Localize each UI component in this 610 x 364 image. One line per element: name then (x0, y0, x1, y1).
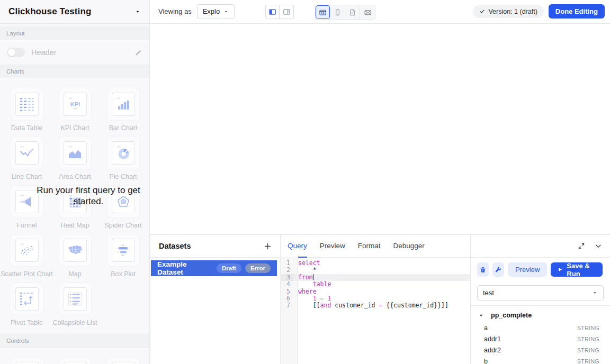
toggle-panel-right-button[interactable] (280, 5, 294, 19)
tab-preview[interactable]: Preview (320, 235, 345, 258)
table-selector-dropdown[interactable]: test (477, 285, 604, 301)
chart-card-pie[interactable]: Pie Chart (100, 136, 147, 180)
desktop-icon (319, 8, 327, 16)
field-type: STRING (577, 347, 603, 353)
line-chart-icon (18, 144, 36, 162)
email-icon (364, 8, 372, 16)
query-tabs: QueryPreviewFormatDebugger (281, 235, 470, 258)
header-toggle-label: Header (31, 48, 57, 57)
line-number: 3 (281, 274, 294, 281)
code-line[interactable]: 3from (281, 274, 470, 281)
control-card[interactable] (4, 357, 50, 364)
query-tools-pane: Preview Save & Run test (471, 235, 610, 364)
schema-field-row[interactable]: bSTRING (484, 356, 603, 364)
dataset-badge-error: Error (245, 263, 271, 273)
viewing-as-label: Viewing as (158, 7, 192, 15)
save-and-run-label: Save & Run (567, 262, 596, 278)
line-number: 2 (281, 267, 294, 274)
chart-card-label: Funnel (16, 222, 37, 229)
device-tab-email[interactable] (360, 5, 375, 19)
dataset-row-selected[interactable]: Example Dataset DraftError (151, 260, 277, 276)
device-tab-desktop[interactable] (316, 5, 330, 19)
dashboard-title-area[interactable]: Clickhouse Testing (0, 0, 150, 23)
delete-query-button[interactable] (477, 262, 489, 277)
header-toggle[interactable] (7, 48, 25, 57)
chart-card-box (11, 88, 43, 121)
code-line[interactable]: 7 [[and customer_id = {{customer_id}}]] (281, 302, 470, 309)
dataset-badges: DraftError (217, 263, 271, 273)
done-editing-button[interactable]: Done Editing (549, 4, 605, 19)
chart-card-box (11, 136, 43, 169)
code-line[interactable]: 6 1 = 1 (281, 295, 470, 302)
expand-icon[interactable] (578, 242, 585, 250)
edit-pencil-icon[interactable] (134, 49, 142, 57)
device-view-tabs (315, 5, 375, 20)
line-number: 5 (281, 288, 294, 295)
title-caret-down-icon[interactable] (134, 8, 141, 15)
chart-card-collapsible[interactable]: Collapsible List (52, 283, 98, 326)
tab-format[interactable]: Format (358, 235, 381, 258)
text-cursor (313, 274, 313, 280)
device-tab-mobile[interactable] (330, 5, 345, 19)
schema-field-row[interactable]: addr2STRING (484, 344, 603, 356)
pivot-chart-icon (18, 290, 36, 308)
chart-card-map[interactable]: Map (52, 234, 98, 278)
line-number: 1 (281, 260, 294, 267)
pdf-icon (348, 8, 356, 16)
control-card[interactable] (100, 357, 147, 364)
preview-button[interactable]: Preview (508, 262, 547, 277)
control-card[interactable] (52, 357, 98, 364)
collapse-chevron-down-icon[interactable] (595, 242, 602, 250)
code-line[interactable]: 2 * (281, 267, 470, 274)
chart-card-pivot[interactable]: Pivot Table (4, 283, 50, 326)
query-pane-header (471, 235, 610, 258)
field-name: addr1 (484, 335, 501, 343)
chart-card-scatter[interactable]: Scatter Plot Chart (4, 234, 50, 278)
chart-card-boxplot[interactable]: Box Plot (100, 234, 147, 278)
tab-query[interactable]: Query (288, 235, 307, 258)
schema-table-header[interactable]: pp_complete (478, 312, 603, 319)
code-line[interactable]: 5where (281, 288, 470, 295)
controls-grid (0, 348, 149, 364)
dataset-badge-draft: Draft (217, 263, 241, 273)
format-wrench-button[interactable] (492, 262, 504, 277)
viewing-as-dropdown[interactable]: Explo (197, 4, 235, 19)
chart-card-label: Pivot Table (11, 319, 43, 326)
panel-left-icon (268, 8, 276, 16)
toggle-panel-left-button[interactable] (265, 5, 280, 19)
code-line[interactable]: 4 table (281, 281, 470, 288)
chart-card-data-table[interactable]: Data Table (4, 88, 50, 132)
bottom-panel: Datasets Example Dataset DraftError Quer… (150, 234, 610, 364)
schema-field-row[interactable]: addr1STRING (484, 333, 603, 344)
sql-editor[interactable]: 1select2 *3from4 table5where6 1 = 17 [[a… (281, 258, 470, 364)
chart-card-line[interactable]: Line Chart (4, 136, 50, 180)
dashboard-canvas[interactable] (150, 24, 610, 234)
device-tab-pdf[interactable] (345, 5, 360, 19)
panel-right-icon (283, 8, 291, 16)
pie-chart-icon (114, 144, 132, 162)
chart-card-box (59, 234, 92, 267)
section-layout: Layout (0, 26, 149, 40)
chart-card-box (107, 88, 140, 121)
schema-field-row[interactable]: aSTRING (484, 322, 603, 333)
chart-card-kpi[interactable]: KPIKPI Chart (52, 88, 98, 132)
tab-debugger[interactable]: Debugger (393, 235, 425, 258)
boxplot-chart-icon (114, 241, 132, 259)
chart-card-label: Spider Chart (104, 222, 141, 229)
chart-card-box (11, 234, 43, 267)
wrench-icon (495, 266, 502, 274)
chart-card-bar[interactable]: Bar Chart (100, 88, 147, 132)
schema-browser: pp_complete aSTRINGaddr1STRINGaddr2STRIN… (471, 306, 610, 364)
chart-card-area[interactable]: Area Chart (52, 136, 98, 180)
chart-card-box (11, 283, 43, 315)
data-table-chart-icon (18, 95, 36, 113)
code-text: * (294, 267, 470, 274)
save-and-run-button[interactable]: Save & Run (551, 262, 603, 277)
chart-card-label: Area Chart (59, 173, 91, 180)
scatter-chart-icon (18, 241, 36, 259)
version-badge[interactable]: Version: 1 (draft) (473, 5, 543, 18)
code-line[interactable]: 1select (281, 260, 470, 267)
add-dataset-button[interactable] (264, 242, 272, 250)
chart-card-label: Map (68, 270, 81, 278)
topbar: Clickhouse Testing Viewing as Explo Vers… (0, 0, 610, 24)
